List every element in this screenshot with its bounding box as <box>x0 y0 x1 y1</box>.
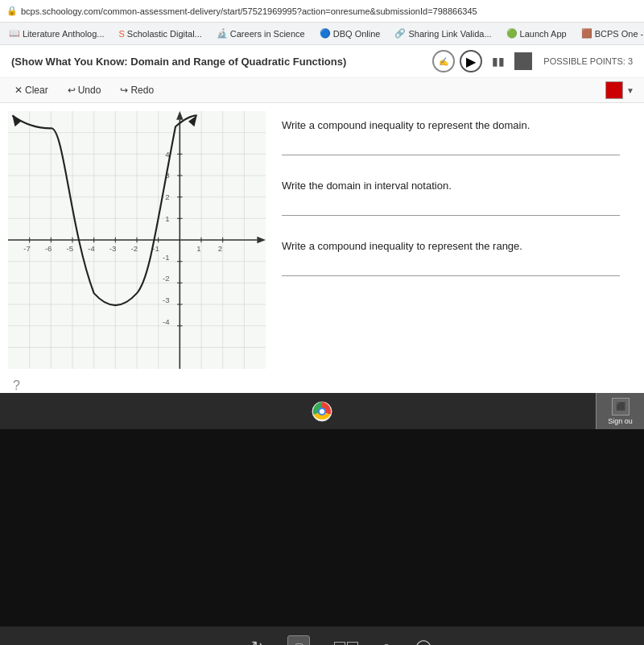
svg-text:-3: -3 <box>109 244 117 253</box>
question-block-2: Write the domain in interval notation. <box>282 180 620 216</box>
question-block-1: Write a compound inequality to represent… <box>282 119 620 155</box>
bookmark-launch[interactable]: 🟢 Launch App <box>502 27 571 40</box>
undo-label: Undo <box>78 85 101 96</box>
bookmark-label: Sharing Link Valida... <box>408 29 491 39</box>
svg-text:-2: -2 <box>163 274 170 283</box>
x-icon: ✕ <box>14 85 23 96</box>
accessibility-icon[interactable]: ✍ <box>432 50 455 72</box>
svg-text:-5: -5 <box>67 244 74 253</box>
undo-button[interactable]: ↩ Undo <box>63 82 106 98</box>
bookmark-label: Launch App <box>520 29 567 39</box>
back-icon[interactable]: ← <box>213 639 227 646</box>
swatch-arrow[interactable]: ▼ <box>626 86 634 95</box>
redo-label: Redo <box>130 85 154 96</box>
question-area: -7 -6 -5 -4 -3 -2 -1 1 2 4 3 2 1 -1 -2 -… <box>0 103 644 377</box>
bookmarks-bar: 📖 Literature Antholog... S Scholastic Di… <box>0 23 644 45</box>
bookmark-icon: 🔗 <box>394 28 406 39</box>
bookmark-careers[interactable]: 🔬 Careers in Science <box>213 27 309 40</box>
redo-icon: ↪ <box>120 85 128 96</box>
question-block-3: Write a compound inequality to represent… <box>282 240 620 276</box>
bookmark-label: BCPS One - Digital... <box>595 29 644 39</box>
sign-out-label: Sign ou <box>608 417 633 425</box>
question-mark-icon[interactable]: ? <box>13 378 20 393</box>
browser-chrome: 🔒 bcps.schoology.com/common-assessment-d… <box>0 0 644 45</box>
undo-icon: ↩ <box>68 85 76 96</box>
pause-button[interactable]: ▮▮ <box>487 50 510 72</box>
question-text-3: Write a compound inequality to represent… <box>282 240 620 252</box>
svg-text:2: 2 <box>165 192 169 201</box>
bookmark-literature[interactable]: 📖 Literature Antholog... <box>5 27 109 40</box>
svg-point-66 <box>320 409 324 414</box>
bookmark-label: Literature Antholog... <box>23 29 105 39</box>
answer-input-range-inequality[interactable] <box>282 257 620 276</box>
sign-out-button[interactable]: ⬛ Sign ou <box>596 393 644 429</box>
bookmark-scholastic[interactable]: S Scholastic Digital... <box>115 27 206 40</box>
svg-text:-4: -4 <box>163 317 170 326</box>
points-display: POSSIBLE POINTS: 3 <box>543 56 633 66</box>
bookmark-label: DBQ Online <box>333 29 381 39</box>
bookmark-icon: S <box>119 29 125 39</box>
window-switcher[interactable] <box>334 642 358 645</box>
bookmark-icon: 🟢 <box>506 28 518 39</box>
main-content: (Show What You Know: Domain and Range of… <box>0 45 644 393</box>
bookmark-sharing[interactable]: 🔗 Sharing Link Valida... <box>390 27 495 40</box>
circle-icon[interactable]: ◯ <box>415 638 431 645</box>
svg-text:-6: -6 <box>45 244 52 253</box>
svg-text:-7: -7 <box>23 244 31 253</box>
window-icon[interactable]: ▢ <box>287 635 310 645</box>
svg-text:2: 2 <box>218 244 222 253</box>
address-bar: 🔒 bcps.schoology.com/common-assessment-d… <box>0 0 644 23</box>
bookmark-label: Careers in Science <box>230 29 305 39</box>
svg-text:-2: -2 <box>131 244 138 253</box>
toolbar-left: ✕ Clear ↩ Undo ↪ Redo <box>10 82 159 98</box>
bottom-controls: ← ↻ ▢ ○ ◯ <box>0 626 644 645</box>
refresh-icon[interactable]: ↻ <box>251 638 263 645</box>
toolbar: ✕ Clear ↩ Undo ↪ Redo ▼ <box>0 78 644 103</box>
clear-label: Clear <box>25 85 48 96</box>
lock-icon: 🔒 <box>6 6 18 16</box>
question-text-2: Write the domain in interval notation. <box>282 180 620 192</box>
bottom-area <box>0 429 644 626</box>
color-swatch[interactable] <box>605 81 623 99</box>
url-text: bcps.schoology.com/common-assessment-del… <box>21 6 477 16</box>
header-controls: ✍ ▶ ▮▮ POSSIBLE POINTS: 3 <box>432 50 633 72</box>
bookmark-icon: 📖 <box>9 28 20 39</box>
stop-button[interactable] <box>514 52 532 70</box>
clear-button[interactable]: ✕ Clear <box>10 82 53 98</box>
bookmark-icon: 🔬 <box>217 28 228 39</box>
bookmark-dbq[interactable]: 🔵 DBQ Online <box>316 27 385 40</box>
home-icon[interactable]: ○ <box>382 639 391 646</box>
bookmark-icon: 🔵 <box>320 28 331 39</box>
bookmark-bcps[interactable]: 🟫 BCPS One - Digital... <box>577 27 644 40</box>
page-title: (Show What You Know: Domain and Range of… <box>11 56 346 68</box>
sign-out-icon: ⬛ <box>616 402 625 411</box>
svg-text:-3: -3 <box>163 296 170 304</box>
redo-button[interactable]: ↪ Redo <box>115 82 159 98</box>
chrome-icon[interactable] <box>309 399 335 424</box>
play-button[interactable]: ▶ <box>460 50 482 72</box>
taskbar: ⬛ Sign ou <box>0 393 644 429</box>
svg-text:1: 1 <box>165 214 169 223</box>
answer-input-domain-inequality[interactable] <box>282 136 620 155</box>
bookmark-icon: 🟫 <box>581 28 592 39</box>
bookmark-label: Scholastic Digital... <box>127 29 202 39</box>
svg-text:-4: -4 <box>88 244 95 253</box>
coordinate-graph: -7 -6 -5 -4 -3 -2 -1 1 2 4 3 2 1 -1 -2 -… <box>8 111 266 369</box>
svg-text:-1: -1 <box>163 253 170 262</box>
svg-text:1: 1 <box>196 244 200 253</box>
questions-panel: Write a compound inequality to represent… <box>266 111 636 369</box>
graph-container: -7 -6 -5 -4 -3 -2 -1 1 2 4 3 2 1 -1 -2 -… <box>8 111 266 369</box>
answer-input-domain-interval[interactable] <box>282 196 620 216</box>
question-text-1: Write a compound inequality to represent… <box>282 119 620 131</box>
